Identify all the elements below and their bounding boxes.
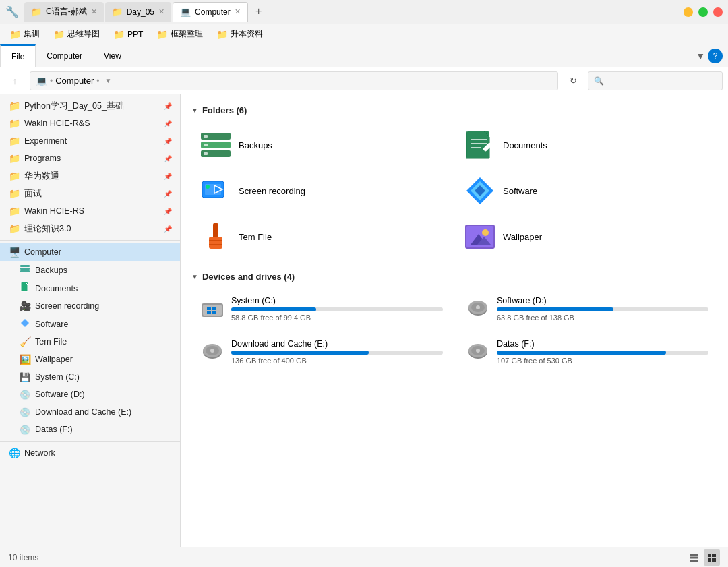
content-area: ▼ Folders (6) Backups [181, 94, 728, 547]
sidebar-item-wakin-hcie-rs[interactable]: 📁 Wakin HCIE-RS 📌 [0, 202, 180, 220]
drive-cache-e-info: Download and Cache (E:) 136 GB free of 4… [231, 339, 443, 365]
view-buttons [686, 549, 720, 566]
svg-rect-0 [20, 265, 30, 267]
svg-rect-51 [690, 556, 698, 558]
address-chevron-icon: ▼ [104, 77, 111, 84]
sidebar-item-wallpaper[interactable]: 🖼️ Wallpaper [0, 351, 180, 368]
drive-system-c-bar-bg [231, 307, 443, 311]
software-icon [464, 175, 496, 207]
svg-rect-35 [212, 307, 216, 310]
svg-rect-1 [20, 268, 30, 270]
minimize-btn[interactable] [684, 7, 693, 17]
bookmark-item-2[interactable]: 📁 思维导图 [49, 27, 104, 41]
maximize-btn[interactable] [698, 7, 708, 17]
svg-point-41 [476, 305, 480, 309]
folder-item-software[interactable]: Software [456, 169, 717, 212]
sidebar-item-wakin-hcie-rs-sa[interactable]: 📁 Wakin HCIE-R&S 📌 [0, 115, 180, 132]
tab-label2: Day_05 [127, 7, 154, 17]
folder-grid: Backups Documents [191, 123, 717, 258]
list-view-btn[interactable] [686, 549, 702, 566]
svg-rect-52 [690, 560, 698, 562]
sidebar-item-software[interactable]: Software [0, 315, 180, 333]
refresh-btn[interactable]: ↻ [564, 71, 582, 90]
sidebar-item-system-c[interactable]: 💾 System (C:) [0, 368, 180, 386]
sidebar-item-mianshi[interactable]: 📁 面试 📌 [0, 185, 180, 202]
bk-label-3: PPT [127, 30, 143, 39]
drive-item-system-c[interactable]: System (C:) 58.8 GB free of 99.4 GB [191, 290, 452, 328]
folders-chevron-icon[interactable]: ▼ [191, 107, 198, 114]
sidebar-item-screen-recording[interactable]: 🎥 Screen recording [0, 297, 180, 315]
address-path-dot: • [96, 76, 99, 86]
ribbon-tab-view[interactable]: View [93, 44, 132, 67]
ribbon-tab-computer[interactable]: Computer [36, 44, 93, 67]
sidebar-item-programs[interactable]: 📁 Programs 📌 [0, 150, 180, 167]
drives-chevron-icon[interactable]: ▼ [191, 273, 198, 280]
tab-computer[interactable]: 💻 Computer ✕ [173, 2, 248, 22]
close-btn[interactable] [713, 7, 723, 17]
sidebar-item-datas-f[interactable]: 💿 Datas (F:) [0, 421, 180, 438]
sidebar-item-software-d[interactable]: 💿 Software (D:) [0, 386, 180, 403]
sidebar-item-huawei[interactable]: 📁 华为数通 📌 [0, 167, 180, 185]
folder-item-wallpaper[interactable]: Wallpaper [456, 215, 717, 258]
sidebar-item-backups[interactable]: Backups [0, 261, 180, 279]
backups-icon [200, 129, 232, 161]
sidebar-item-network[interactable]: 🌐 Network [0, 444, 180, 462]
sidebar-item-download-cache-e[interactable]: 💿 Download and Cache (E:) [0, 403, 180, 421]
folder-icon7: 📁 [8, 206, 20, 216]
ribbon: File Computer View ▼ ? [0, 44, 728, 67]
svg-rect-10 [204, 152, 208, 155]
back-btn[interactable]: ↑ [5, 71, 24, 90]
tab-label3: Computer [195, 7, 231, 17]
tab-c-language[interactable]: 📁 C语言-郝斌 ✕ [24, 2, 104, 22]
ribbon-dropdown-btn[interactable]: ▼ [696, 51, 705, 61]
sidebar-item-computer[interactable]: 🖥️ Computer [0, 243, 180, 261]
bookmark-item-1[interactable]: 📁 集训 [5, 27, 44, 41]
tab-close-btn2[interactable]: ✕ [158, 7, 164, 16]
wallpaper-label: Wallpaper [503, 232, 542, 242]
sidebar-item-theory[interactable]: 📁 理论知识3.0 📌 [0, 220, 180, 237]
computer-icon: 🖥️ [8, 247, 20, 258]
title-bar: 🔧 📁 C语言-郝斌 ✕ 📁 Day_05 ✕ 💻 Computer ✕ + [0, 0, 728, 24]
sidebar-item-tem-file[interactable]: 🧹 Tem File [0, 333, 180, 351]
bk-folder-icon-5: 📁 [216, 29, 228, 40]
folders-section-header: ▼ Folders (6) [191, 105, 717, 115]
sidebar-item-documents[interactable]: Documents [0, 279, 180, 297]
ribbon-help-btn[interactable]: ? [708, 49, 723, 63]
drive-grid: System (C:) 58.8 GB free of 99.4 GB [191, 290, 717, 371]
svg-rect-11 [466, 131, 489, 158]
screen-recording-icon [200, 175, 232, 207]
drive-system-c-name: System (C:) [231, 296, 443, 305]
drive-datas-f-name: Datas (F:) [497, 339, 708, 349]
drive-cache-e-free: 136 GB free of 400 GB [231, 357, 443, 365]
bookmarks-bar: 📁 集训 📁 思维导图 📁 PPT 📁 框架整理 📁 升本资料 [0, 24, 728, 44]
tab-close-btn[interactable]: ✕ [91, 7, 97, 16]
network-icon-sidebar: 🌐 [8, 448, 20, 458]
tab-day05[interactable]: 📁 Day_05 ✕ [105, 2, 171, 22]
folder-item-tem-file[interactable]: Tem File [191, 215, 453, 258]
svg-rect-53 [708, 554, 711, 557]
pin-icon-7: 📌 [164, 208, 172, 215]
drive-cache-e-bar-bg [231, 351, 443, 355]
sidebar-item-python[interactable]: 📁 Python学习_Day_05_基础 📌 [0, 97, 180, 115]
hdd-f-icon [466, 340, 490, 364]
bookmark-item-3[interactable]: 📁 PPT [109, 28, 147, 41]
bk-label-4: 框架整理 [171, 28, 203, 40]
bk-label-1: 集训 [24, 28, 40, 40]
ribbon-tab-file[interactable]: File [0, 44, 36, 67]
bookmark-item-5[interactable]: 📁 升本资料 [212, 27, 267, 41]
search-bar[interactable]: 🔍 [588, 71, 723, 90]
drive-item-cache-e[interactable]: Download and Cache (E:) 136 GB free of 4… [191, 333, 452, 371]
grid-view-btn[interactable] [704, 549, 720, 566]
drive-item-software-d[interactable]: Software (D:) 63.8 GB free of 138 GB [457, 290, 717, 328]
folder-item-screen-recording[interactable]: Screen recording [191, 169, 453, 212]
new-tab-btn[interactable]: + [249, 2, 268, 21]
folder-item-backups[interactable]: Backups [191, 123, 453, 167]
sidebar-item-experiment[interactable]: 📁 Experiment 📌 [0, 132, 180, 150]
drives-section-title: Devices and drives (4) [202, 272, 295, 282]
tab-close-btn3[interactable]: ✕ [235, 7, 241, 16]
address-path[interactable]: 💻 • Computer • ▼ [30, 71, 558, 90]
bookmark-item-4[interactable]: 📁 框架整理 [152, 27, 207, 41]
software-icon-sidebar [19, 318, 31, 330]
folder-item-documents[interactable]: Documents [456, 123, 717, 167]
drive-item-datas-f[interactable]: Datas (F:) 107 GB free of 530 GB [457, 333, 717, 371]
